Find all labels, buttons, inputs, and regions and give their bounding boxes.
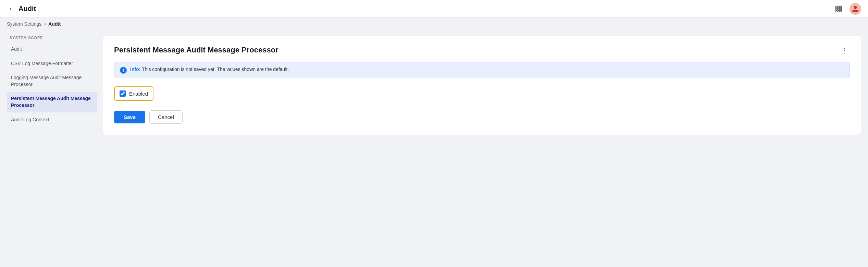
page-title: Audit	[18, 5, 36, 13]
svg-rect-4	[838, 8, 840, 10]
main-layout: SYSTEM SCOPE Audit CSV Log Message Forma…	[0, 30, 868, 266]
info-message: This configuration is not saved yet. The…	[142, 66, 289, 72]
cancel-button[interactable]: Cancel	[149, 110, 183, 124]
breadcrumb: System Settings > Audit	[0, 18, 868, 30]
sidebar-item-csv-log[interactable]: CSV Log Message Formatter	[7, 57, 97, 71]
button-row: Save Cancel	[114, 110, 850, 124]
svg-rect-1	[838, 6, 840, 8]
breadcrumb-current: Audit	[48, 21, 61, 27]
svg-rect-6	[836, 10, 838, 12]
svg-rect-5	[840, 8, 842, 10]
save-button[interactable]: Save	[114, 111, 145, 123]
config-card: Persistent Message Audit Message Process…	[103, 36, 861, 135]
header-left: ‹ Audit	[7, 4, 36, 14]
svg-rect-0	[836, 6, 838, 8]
grid-icon[interactable]	[833, 3, 844, 14]
back-button[interactable]: ‹	[7, 4, 14, 14]
svg-rect-2	[840, 6, 842, 8]
info-label: Info:	[130, 66, 140, 72]
card-menu-button[interactable]: ⋮	[839, 46, 850, 55]
breadcrumb-separator: >	[44, 21, 46, 27]
card-title: Persistent Message Audit Message Process…	[114, 46, 278, 54]
svg-rect-7	[838, 10, 840, 12]
enabled-label[interactable]: Enabled	[129, 91, 148, 97]
enabled-checkbox[interactable]	[120, 90, 126, 97]
header-right	[833, 3, 861, 15]
info-icon: i	[120, 67, 127, 74]
sidebar-item-audit[interactable]: Audit	[7, 43, 97, 56]
sidebar-section-label: SYSTEM SCOPE	[7, 36, 97, 40]
card-header: Persistent Message Audit Message Process…	[114, 46, 850, 55]
sidebar-item-logging-msg[interactable]: Logging Message Audit Message Processor	[7, 71, 97, 91]
sidebar-item-persistent-msg[interactable]: Persistent Message Audit Message Process…	[7, 92, 97, 112]
breadcrumb-parent[interactable]: System Settings	[7, 21, 41, 27]
info-text: Info: This configuration is not saved ye…	[130, 66, 289, 72]
content-area: Persistent Message Audit Message Process…	[103, 30, 861, 259]
sidebar-item-audit-log[interactable]: Audit Log Context	[7, 113, 97, 127]
user-avatar[interactable]	[850, 3, 861, 15]
sidebar: SYSTEM SCOPE Audit CSV Log Message Forma…	[7, 30, 103, 259]
enabled-checkbox-row[interactable]: Enabled	[114, 86, 153, 101]
svg-rect-3	[836, 8, 838, 10]
app-header: ‹ Audit	[0, 0, 868, 18]
info-banner: i Info: This configuration is not saved …	[114, 62, 850, 78]
svg-rect-8	[840, 10, 842, 12]
